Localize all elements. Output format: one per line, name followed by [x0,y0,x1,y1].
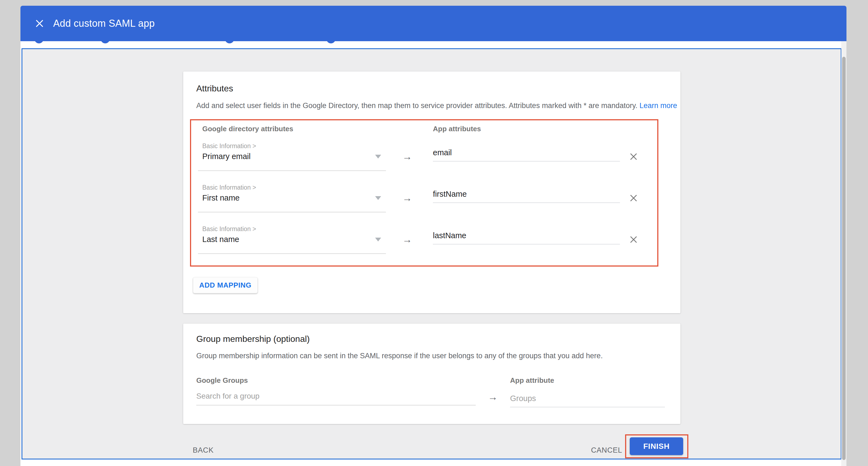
app-attribute-label: App attribute [510,376,554,385]
dialog-header: Add custom SAML app [21,6,846,41]
google-groups-label: Google Groups [196,376,248,385]
close-icon[interactable] [35,19,44,28]
add-mapping-button[interactable]: ADD MAPPING [193,277,258,293]
add-saml-app-dialog: Add custom SAML app Attributes Add and s… [21,6,846,466]
select-underline [198,170,386,171]
scrollbar-thumb[interactable] [842,57,846,460]
dialog-title: Add custom SAML app [53,18,155,29]
arrow-right-icon: → [402,151,412,162]
directory-attribute-select[interactable]: Last name [198,233,386,254]
groups-attribute-input[interactable] [510,394,665,407]
app-attribute-input[interactable] [433,231,620,244]
mapping-row: Basic Information > Last name → [191,225,657,266]
content-highlight-box: Attributes Add and select user fields in… [22,48,842,460]
finish-button[interactable]: FINISH [630,437,683,455]
group-card-description: Group membership information can be sent… [196,352,603,360]
group-card-title: Group membership (optional) [196,334,310,344]
cancel-button[interactable]: CANCEL [591,446,622,455]
directory-attribute-value: Primary email [202,152,251,161]
directory-attribute-value: First name [202,194,240,202]
arrow-right-icon: → [402,234,412,245]
group-search-input[interactable] [196,392,476,405]
back-button[interactable]: BACK [193,446,214,455]
app-attribute-input[interactable] [433,148,620,162]
select-underline [198,212,386,212]
group-membership-card: Group membership (optional) Group member… [183,324,680,424]
app-attribute-input[interactable] [433,190,620,203]
directory-category-label: Basic Information > [202,142,256,150]
directory-category-label: Basic Information > [202,184,256,191]
directory-attribute-select[interactable]: First name [198,191,386,212]
arrow-right-icon: → [402,192,412,204]
attributes-card: Attributes Add and select user fields in… [183,71,680,313]
mappings-highlight-box: Google directory attributes App attribut… [190,119,658,267]
directory-category-label: Basic Information > [202,225,256,233]
directory-attribute-select[interactable]: Primary email [198,150,386,171]
remove-mapping-icon[interactable] [629,235,639,244]
app-attributes-column-header: App attributes [433,125,481,133]
dropdown-arrow-icon [375,155,381,158]
learn-more-link[interactable]: Learn more [640,101,677,110]
scrollbar-track[interactable] [841,41,846,466]
attributes-description-text: Add and select user fields in the Google… [196,101,638,110]
remove-mapping-icon[interactable] [629,193,639,203]
dropdown-arrow-icon [375,196,381,200]
arrow-right-icon: → [488,391,498,403]
mapping-row: Basic Information > First name → [191,183,657,225]
remove-mapping-icon[interactable] [629,152,639,162]
mapping-row: Basic Information > Primary email → [191,142,657,183]
attributes-card-description: Add and select user fields in the Google… [196,101,677,110]
directory-attribute-value: Last name [202,235,239,244]
select-underline [198,253,386,254]
attributes-card-title: Attributes [196,84,233,94]
dropdown-arrow-icon [375,238,381,241]
directory-attributes-column-header: Google directory attributes [202,125,293,133]
